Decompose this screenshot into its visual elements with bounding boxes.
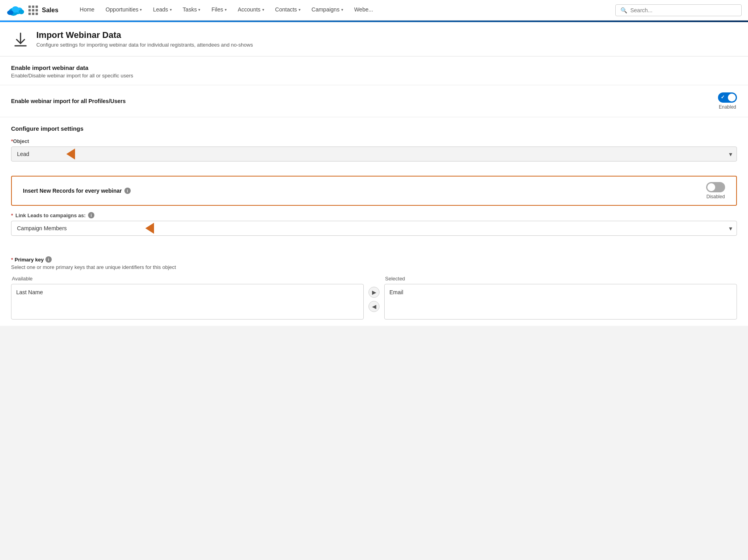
chevron-down-icon: ▾ <box>198 8 200 12</box>
nav-files[interactable]: Files ▾ <box>206 0 232 21</box>
nav-opportunities[interactable]: Opportunities ▾ <box>100 0 147 21</box>
pk-info-icon[interactable]: i <box>45 256 52 263</box>
list-item: Email <box>389 288 732 296</box>
import-icon-wrap <box>11 30 30 49</box>
object-select[interactable]: Lead <box>11 147 737 162</box>
link-leads-section: * Link Leads to campaigns as: i Campaign… <box>0 212 748 250</box>
enable-section: Enable import webinar data Enable/Disabl… <box>0 56 748 85</box>
salesforce-logo <box>6 4 24 17</box>
orange-arrow-icon-2 <box>145 223 154 234</box>
link-leads-field-group: * Link Leads to campaigns as: i Campaign… <box>11 212 737 236</box>
required-star-2: * <box>11 212 13 218</box>
insert-new-records-toggle[interactable] <box>706 182 725 192</box>
svg-point-4 <box>19 9 24 14</box>
pk-selected-label: Selected <box>384 276 737 282</box>
toggle-slider-disabled <box>706 182 725 192</box>
main-content: Import Webinar Data Configure settings f… <box>0 22 748 326</box>
enable-section-subtitle: Enable/Disable webinar import for all or… <box>11 73 737 79</box>
pk-selected-col: Selected Email <box>384 276 737 319</box>
chevron-down-icon: ▾ <box>140 8 142 12</box>
enable-all-toggle[interactable]: ✓ <box>718 92 737 103</box>
pk-subtitle: Select one or more primary keys that are… <box>11 264 737 270</box>
nav-contacts-label: Contacts <box>275 6 297 13</box>
search-icon: 🔍 <box>620 7 627 13</box>
insert-new-records-row: Insert New Records for every webinar i D… <box>11 176 737 206</box>
top-bar: Sales Home Opportunities ▾ Leads ▾ Tasks… <box>0 0 748 21</box>
chevron-down-icon: ▾ <box>299 8 301 12</box>
pk-available-col: Available Last Name <box>11 276 364 319</box>
page-title: Import Webinar Data <box>36 30 253 40</box>
insert-new-records-status: Disabled <box>707 194 725 199</box>
nav-tasks[interactable]: Tasks ▾ <box>177 0 206 21</box>
pk-selected-list: Email <box>384 284 737 319</box>
pk-available-list: Last Name <box>11 284 364 319</box>
toggle-enabled-status: Enabled <box>719 104 736 110</box>
nav-campaigns-label: Campaigns <box>312 6 340 13</box>
link-leads-info-icon[interactable]: i <box>88 212 94 218</box>
nav-contacts[interactable]: Contacts ▾ <box>270 0 306 21</box>
nav-home[interactable]: Home <box>74 0 100 21</box>
configure-title: Configure import settings <box>11 125 737 132</box>
app-name: Sales <box>42 7 58 14</box>
enable-all-profiles-row: Enable webinar import for all Profiles/U… <box>0 85 748 117</box>
svg-point-5 <box>7 10 13 15</box>
nav-accounts[interactable]: Accounts ▾ <box>232 0 270 21</box>
chevron-down-icon: ▾ <box>225 8 227 12</box>
pk-move-left-button[interactable]: ◀ <box>368 301 380 312</box>
enable-section-title: Enable import webinar data <box>11 64 737 71</box>
chevron-down-icon: ▾ <box>341 8 343 12</box>
page-subtitle: Configure settings for importing webinar… <box>36 42 253 48</box>
page-header: Import Webinar Data Configure settings f… <box>0 22 748 56</box>
object-field-group: *Object Lead ▾ <box>11 138 737 162</box>
chevron-down-icon: ▾ <box>262 8 264 12</box>
required-star-3: * <box>11 257 13 263</box>
pk-controls: ▶ ◀ <box>364 287 384 312</box>
toggle-slider: ✓ <box>718 92 737 103</box>
import-icon <box>11 30 30 49</box>
object-select-wrapper: Lead ▾ <box>11 147 737 162</box>
enable-all-profiles-label: Enable webinar import for all Profiles/U… <box>11 98 126 104</box>
nav-accounts-label: Accounts <box>238 6 261 13</box>
link-leads-label: * Link Leads to campaigns as: i <box>11 212 737 218</box>
arrow-indicator <box>66 148 75 160</box>
primary-key-section: * Primary key i Select one or more prima… <box>0 250 748 326</box>
configure-section: Configure import settings *Object Lead ▾ <box>0 117 748 176</box>
main-nav: Home Opportunities ▾ Leads ▾ Tasks ▾ Fil… <box>74 0 615 21</box>
insert-new-records-label: Insert New Records for every webinar i <box>23 188 131 194</box>
pk-title: * Primary key i <box>11 256 737 263</box>
link-leads-select[interactable]: Campaign Members <box>11 221 737 236</box>
pk-move-right-button[interactable]: ▶ <box>368 287 380 298</box>
nav-webex[interactable]: Webe... <box>349 0 379 21</box>
nav-webex-label: Webe... <box>354 6 373 13</box>
nav-leads-label: Leads <box>153 6 168 13</box>
insert-new-records-info-icon[interactable]: i <box>124 188 131 194</box>
nav-leads[interactable]: Leads ▾ <box>147 0 177 21</box>
toggle-checkmark: ✓ <box>721 94 725 100</box>
pk-columns: Available Last Name ▶ ◀ Selected Email <box>11 276 737 319</box>
nav-tasks-label: Tasks <box>183 6 197 13</box>
orange-arrow-icon <box>66 148 75 160</box>
page-header-text: Import Webinar Data Configure settings f… <box>36 30 253 48</box>
chevron-down-icon: ▾ <box>170 8 172 12</box>
nav-opportunities-label: Opportunities <box>105 6 138 13</box>
search-input[interactable] <box>630 7 737 13</box>
pk-available-label: Available <box>11 276 364 282</box>
list-item: Last Name <box>16 288 359 296</box>
insert-new-records-toggle-wrap: Disabled <box>706 182 725 199</box>
link-leads-select-wrapper: Campaign Members ▾ <box>11 221 737 236</box>
object-field-label: *Object <box>11 138 737 144</box>
app-branding: Sales <box>6 4 68 17</box>
search-bar: 🔍 <box>615 4 742 16</box>
arrow-indicator-2 <box>145 223 154 234</box>
nav-campaigns[interactable]: Campaigns ▾ <box>306 0 349 21</box>
nav-files-label: Files <box>211 6 223 13</box>
nav-home-label: Home <box>80 6 94 13</box>
toggle-wrap-enabled: ✓ Enabled <box>718 92 737 110</box>
app-grid-icon[interactable] <box>28 6 38 15</box>
